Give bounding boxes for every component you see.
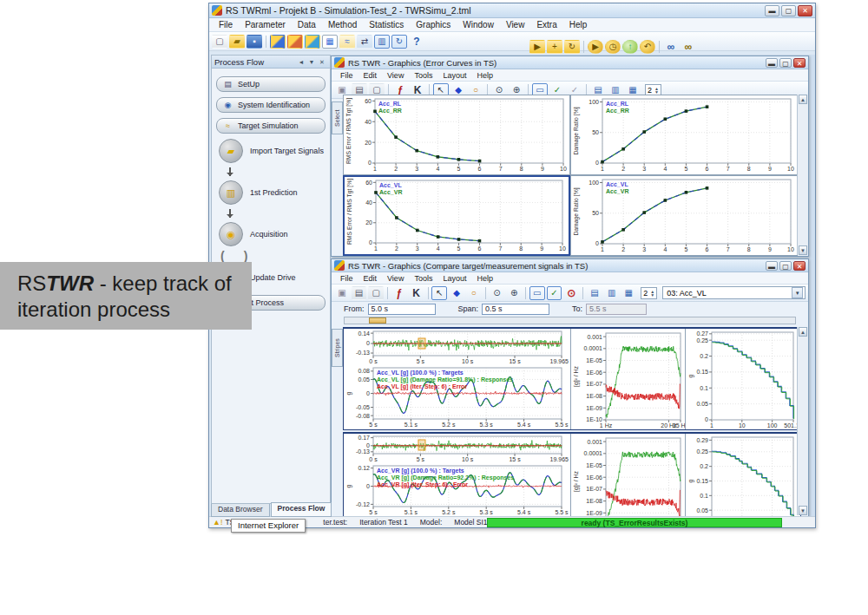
win2-close-button[interactable]: ✕ bbox=[793, 261, 806, 271]
menu-tools[interactable]: Tools bbox=[409, 274, 437, 283]
pin-icon[interactable]: ▼ bbox=[306, 57, 317, 67]
process-step-1st-prediction[interactable]: ▥1st Prediction bbox=[219, 179, 326, 206]
menu-help[interactable]: Help bbox=[471, 274, 498, 283]
graphics-view-icon[interactable]: ▥ bbox=[374, 35, 390, 49]
magnifier-red-icon[interactable]: ⊙ bbox=[563, 286, 579, 300]
chart-acc-vr-level-crossing[interactable]: 110100501.190.290.250.20.150.10.05g bbox=[686, 434, 800, 517]
new-document-icon[interactable]: ▢ bbox=[212, 35, 227, 49]
menu-statistics[interactable]: Statistics bbox=[363, 19, 410, 30]
menu-file[interactable]: File bbox=[335, 274, 358, 283]
minimize-button[interactable]: ▬ bbox=[765, 5, 779, 16]
win2-maximize-button[interactable]: ▢ bbox=[779, 261, 792, 271]
win1-titlebar[interactable]: RS TWR - Graphics (Error Curves in TS) ▬… bbox=[332, 56, 808, 69]
collapse-left-icon[interactable]: ◄ bbox=[296, 57, 306, 67]
chart-tab-icon[interactable]: ▣ bbox=[334, 286, 350, 300]
signal-chart-icon[interactable]: ≈ bbox=[339, 35, 355, 49]
zoom-fx-icon[interactable]: ƒ bbox=[391, 286, 407, 300]
maximize-button[interactable]: ▢ bbox=[781, 5, 796, 16]
grid-cols-icon[interactable]: ▥ bbox=[604, 286, 620, 300]
win2-signal-dropdown[interactable]: 03: Acc_VL ▼ bbox=[662, 286, 806, 299]
process-step-acquisition[interactable]: ◉Acquisition bbox=[219, 220, 326, 248]
menu-file[interactable]: File bbox=[335, 71, 358, 80]
redo-clock-icon[interactable]: ↶ bbox=[640, 40, 655, 54]
scroll-down-icon[interactable]: ▼ bbox=[799, 506, 807, 515]
scroll-up-icon[interactable]: ▲ bbox=[799, 327, 807, 337]
menu-graphics[interactable]: Graphics bbox=[410, 19, 457, 30]
pane-layout-icon[interactable]: ▭ bbox=[529, 286, 545, 300]
shape-marker-icon[interactable]: ○ bbox=[466, 286, 482, 300]
menu-tools[interactable]: Tools bbox=[409, 71, 437, 80]
transfer-chart-icon[interactable]: ⇄ bbox=[357, 35, 372, 49]
search-next-icon[interactable]: ∞ bbox=[681, 40, 696, 54]
main-titlebar[interactable]: RS TWRml - Projekt B - Simulation-Test_2… bbox=[209, 3, 815, 18]
method-chart-icon[interactable] bbox=[305, 35, 320, 49]
zoom-fit-icon[interactable]: K bbox=[409, 286, 424, 300]
menu-layout[interactable]: Layout bbox=[437, 71, 471, 80]
process-step-setup[interactable]: ▤SetUp bbox=[216, 76, 326, 92]
chart-rms-error-rl-rr[interactable]: 123456789100204060RMS Error / RMS Tgt [%… bbox=[343, 95, 570, 175]
chart-acc-vl-zoom[interactable]: 5 s5.1 s5.2 s5.3 s5.4 s5.5 s0.080.050-0.… bbox=[344, 365, 570, 429]
chart-acc-vr-zoom[interactable]: 5 s5.1 s5.2 s5.3 s5.4 s5.5 s0.120-0.12gA… bbox=[344, 463, 570, 517]
menu-edit[interactable]: Edit bbox=[358, 274, 383, 283]
menu-help[interactable]: Help bbox=[563, 19, 594, 30]
scroll-up-icon[interactable]: ▲ bbox=[799, 95, 807, 104]
chart-damage-ratio-rl-rr[interactable]: 12345678910050100Damage Ratio [%]Acc_RLA… bbox=[570, 95, 798, 175]
data-chart-icon[interactable] bbox=[287, 35, 303, 49]
menu-view[interactable]: View bbox=[382, 71, 409, 80]
menu-file[interactable]: File bbox=[213, 19, 239, 30]
menu-layout[interactable]: Layout bbox=[437, 274, 471, 283]
page-setup-icon[interactable]: ▢ bbox=[368, 286, 384, 300]
chevron-down-icon[interactable]: ▼ bbox=[792, 287, 803, 298]
dock-tab-process-flow[interactable]: Process Flow bbox=[271, 502, 332, 517]
win1-minimize-button[interactable]: ▬ bbox=[766, 58, 778, 68]
add-folder-icon[interactable]: + bbox=[547, 40, 562, 54]
from-input[interactable]: 5.0 s bbox=[368, 304, 436, 315]
menu-data[interactable]: Data bbox=[292, 19, 322, 30]
process-step-target-simulation[interactable]: ≈Target Simulation bbox=[216, 118, 326, 134]
menu-view[interactable]: View bbox=[382, 274, 409, 283]
print-icon[interactable]: ▤ bbox=[352, 286, 367, 300]
run-folder-icon[interactable]: ▶ bbox=[529, 40, 545, 54]
chart-acc-vl-overview[interactable]: 0 s5 s10 s15 s19.965 s0.140-0.13 bbox=[344, 329, 570, 365]
menu-edit[interactable]: Edit bbox=[358, 71, 383, 80]
process-step-system-identification[interactable]: ◉System Identification bbox=[216, 97, 326, 113]
win2-time-scrollbar[interactable] bbox=[344, 317, 796, 324]
menu-parameter[interactable]: Parameter bbox=[239, 19, 292, 30]
scrollbar-thumb[interactable] bbox=[369, 317, 386, 324]
span-input[interactable]: 0.5 s bbox=[482, 304, 549, 315]
close-icon[interactable]: ✕ bbox=[317, 57, 327, 67]
chart-damage-ratio-vl-vr[interactable]: 12345678910050100Damage Ratio [%]Acc_VLA… bbox=[570, 175, 798, 256]
close-button[interactable]: ✕ bbox=[798, 5, 812, 16]
save-icon[interactable]: ▪ bbox=[247, 35, 262, 49]
help-icon[interactable]: ? bbox=[409, 35, 424, 49]
undo-arrow-icon[interactable]: ↑ bbox=[622, 40, 638, 54]
flag-marker-icon[interactable]: ◆ bbox=[449, 286, 464, 300]
magnifier-icon[interactable]: ⊙ bbox=[490, 286, 505, 300]
grid-cells-icon[interactable]: ▦ bbox=[621, 286, 636, 300]
chart-acc-vr-overview[interactable]: 0 s5 s10 s15 s19.965 s0.170-0.13 bbox=[344, 434, 570, 463]
win2-pane-count-spinner[interactable]: 2▲▼ bbox=[641, 287, 657, 299]
pane-check-icon[interactable]: ✓ bbox=[547, 286, 562, 300]
grid-rows-icon[interactable]: ▤ bbox=[587, 286, 602, 300]
chart-rms-error-vl-vr[interactable]: 123456789100204060RMS Error / RMS Tgt [%… bbox=[343, 175, 570, 256]
time-clock-icon[interactable]: ◷ bbox=[605, 40, 621, 54]
win1-maximize-button[interactable]: ▢ bbox=[779, 58, 792, 68]
win2-vertical-scrollbar[interactable]: ▲ ▼ bbox=[797, 327, 808, 515]
win2-titlebar[interactable]: RS TWR - Graphics (Compare target/measur… bbox=[332, 259, 808, 272]
statistics-table-icon[interactable]: ▦ bbox=[322, 35, 338, 49]
parameter-chart-icon[interactable] bbox=[270, 35, 286, 49]
win2-side-tab-stripes[interactable]: Stripes bbox=[332, 329, 343, 367]
chart-acc-vr-psd[interactable]: 1 Hz20 Hz35 Hz0.0010.00011E-051E-061E-07… bbox=[571, 434, 686, 517]
chart-acc-vl-psd[interactable]: 1 Hz20 Hz35 Hz0.0010.00011E-051E-061E-07… bbox=[571, 329, 686, 430]
select-arrow-icon[interactable]: ↖ bbox=[431, 286, 447, 300]
open-folder-icon[interactable]: ▰ bbox=[229, 35, 245, 49]
menu-view[interactable]: View bbox=[500, 19, 531, 30]
win1-close-button[interactable]: ✕ bbox=[793, 58, 806, 68]
spinner-arrows-icon[interactable]: ▲▼ bbox=[654, 87, 659, 94]
win1-side-tab-select[interactable]: Select bbox=[332, 101, 343, 134]
win1-vertical-scrollbar[interactable]: ▲ ▼ bbox=[797, 95, 808, 255]
process-step-import-target-signals[interactable]: ▰Import Target Signals bbox=[219, 137, 326, 165]
spinner-arrows-icon[interactable]: ▲▼ bbox=[650, 290, 654, 297]
win2-minimize-button[interactable]: ▬ bbox=[766, 261, 778, 271]
scroll-down-icon[interactable]: ▼ bbox=[799, 245, 807, 255]
